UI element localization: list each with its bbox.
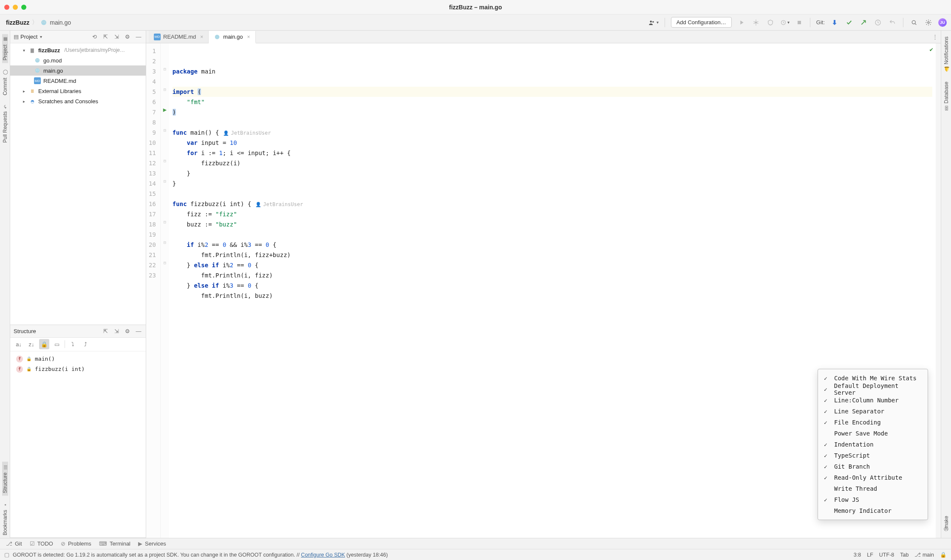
configure-sdk-link[interactable]: Configure Go SDK: [301, 552, 345, 558]
gutter-slot[interactable]: ⊟: [161, 176, 169, 186]
line-separator[interactable]: LF: [867, 552, 873, 558]
group-button[interactable]: ▭: [52, 339, 62, 349]
context-menu-item[interactable]: ✓Line Separator: [818, 406, 928, 417]
breadcrumb-file[interactable]: main.go: [50, 19, 71, 26]
code-line[interactable]: } else if i%2 == 0 {: [173, 260, 932, 270]
breadcrumb-project[interactable]: fizzBuzz: [6, 19, 29, 26]
panel-settings-button[interactable]: ⚙: [124, 327, 131, 335]
project-file-go-mod[interactable]: go.mod: [10, 55, 146, 65]
profile-button[interactable]: ▾: [780, 18, 790, 27]
expand-all-button[interactable]: ⇱: [102, 327, 109, 335]
coverage-button[interactable]: [766, 18, 775, 27]
line-number[interactable]: 2: [149, 56, 156, 66]
structure-list[interactable]: f🔒main()f🔒fizzbuzz(i int): [10, 351, 146, 377]
tool-project[interactable]: Project▦: [2, 34, 8, 63]
structure-item[interactable]: f🔒main(): [10, 354, 146, 364]
gutter-slot[interactable]: [161, 54, 169, 64]
select-opened-file-button[interactable]: ⟲: [91, 33, 98, 41]
gutter-markers[interactable]: ⊟⊟▶⊟⊟⊟⊟⊟⊟: [161, 43, 169, 538]
line-number[interactable]: 15: [149, 189, 156, 199]
debug-button[interactable]: [751, 18, 761, 27]
git-push-button[interactable]: [859, 18, 868, 27]
fold-icon[interactable]: ⊟: [164, 240, 166, 245]
tool-database[interactable]: 🗄Database: [943, 79, 949, 113]
sort-visibility-button[interactable]: z↓: [26, 339, 37, 349]
git-rollback-button[interactable]: [888, 18, 897, 27]
line-number[interactable]: 12: [149, 158, 156, 168]
code-line[interactable]: [173, 229, 932, 240]
fold-icon[interactable]: ⊟: [164, 67, 166, 71]
line-number[interactable]: 17: [149, 209, 156, 219]
tool-pull-requests[interactable]: Pull Requests↶: [2, 102, 8, 145]
code-line[interactable]: func main() {👤JetBrainsUser: [173, 127, 932, 138]
code-line[interactable]: "fmt": [173, 97, 932, 107]
gutter-slot[interactable]: [161, 196, 169, 206]
bottom-git[interactable]: ⎇Git: [6, 540, 22, 547]
editor-tab-main-go[interactable]: main.go×: [209, 31, 255, 43]
minimize-window-button[interactable]: [13, 5, 18, 10]
context-menu-item[interactable]: ✓Line:Column Number: [818, 395, 928, 406]
gutter-slot[interactable]: ⊟: [161, 125, 169, 135]
readonly-icon[interactable]: 🔒: [940, 552, 947, 558]
close-window-button[interactable]: [4, 5, 9, 10]
line-number[interactable]: 18: [149, 219, 156, 229]
code-line[interactable]: func fizzbuzz(i int) {👤JetBrainsUser: [173, 199, 932, 209]
breadcrumb[interactable]: fizzBuzz 〉 main.go: [6, 19, 71, 26]
tool-windows-icon[interactable]: ▢: [4, 552, 9, 558]
gutter-slot[interactable]: [161, 43, 169, 54]
gutter-slot[interactable]: [161, 115, 169, 125]
line-number[interactable]: 16: [149, 199, 156, 209]
code-line[interactable]: fmt.Println(i, fizz+buzz): [173, 250, 932, 260]
code-line[interactable]: }: [173, 168, 932, 178]
structure-item[interactable]: f🔒fizzbuzz(i int): [10, 364, 146, 374]
project-root-node[interactable]: ▾ ▇ fizzBuzz /Users/jetbrains/myProje…: [10, 45, 146, 55]
external-libraries-node[interactable]: ▸ ≣ External Libraries: [10, 86, 146, 96]
editor-scrollbar[interactable]: [936, 43, 941, 538]
tool-bookmarks[interactable]: Bookmarks⭑: [2, 500, 8, 538]
code-line[interactable]: fizz := "fizz": [173, 209, 932, 219]
gutter-slot[interactable]: ⊟: [161, 237, 169, 247]
gutter-slot[interactable]: [161, 206, 169, 217]
gutter-slot[interactable]: [161, 227, 169, 237]
context-menu-item[interactable]: ✓TypeScript: [818, 450, 928, 461]
line-number[interactable]: 11: [149, 148, 156, 158]
add-configuration-button[interactable]: Add Configuration…: [671, 17, 732, 28]
gutter-slot[interactable]: [161, 145, 169, 156]
line-number[interactable]: 19: [149, 229, 156, 240]
gutter-slot[interactable]: [161, 186, 169, 196]
panel-settings-button[interactable]: ⚙: [124, 33, 131, 41]
expand-all-button[interactable]: ⇱: [102, 33, 109, 41]
line-number[interactable]: 7: [149, 107, 156, 117]
fold-icon[interactable]: ⊟: [164, 158, 166, 163]
line-number[interactable]: 13: [149, 168, 156, 178]
line-number[interactable]: 22: [149, 260, 156, 270]
code-line[interactable]: import (: [173, 87, 932, 97]
gutter-slot[interactable]: [161, 166, 169, 176]
project-panel-title[interactable]: ▤ Project ▾: [14, 34, 42, 40]
context-menu-item[interactable]: Power Save Mode: [818, 428, 928, 439]
line-number-gutter[interactable]: 1234567891011121314151617181920212223: [146, 43, 161, 538]
code-line[interactable]: buzz := "buzz": [173, 219, 932, 229]
code-line[interactable]: fmt.Println(i, fizz): [173, 270, 932, 280]
gutter-slot[interactable]: ⊟: [161, 217, 169, 227]
user-avatar[interactable]: JU: [938, 18, 947, 27]
maximize-window-button[interactable]: [21, 5, 26, 10]
code-line[interactable]: [173, 189, 932, 199]
tool-make[interactable]: Ⓜmake: [943, 513, 949, 538]
gutter-slot[interactable]: ⊟: [161, 64, 169, 74]
git-branch-widget[interactable]: ⎇ main: [914, 552, 934, 558]
code-editor[interactable]: 1234567891011121314151617181920212223 ⊟⊟…: [146, 43, 941, 538]
code-line[interactable]: }: [173, 178, 932, 189]
line-number[interactable]: 4: [149, 76, 156, 87]
cursor-position[interactable]: 3:8: [854, 552, 861, 558]
fold-icon[interactable]: ⊟: [164, 128, 166, 133]
git-update-button[interactable]: [830, 18, 839, 27]
code-line[interactable]: fizzbuzz(i): [173, 158, 932, 168]
context-menu-item[interactable]: ✓Git Branch: [818, 461, 928, 472]
hide-panel-button[interactable]: —: [135, 327, 142, 335]
code-lens[interactable]: 👤JetBrainsUser: [223, 130, 271, 136]
context-menu-item[interactable]: ✓Flow JS: [818, 494, 928, 505]
code-with-me-button[interactable]: ▾: [648, 19, 659, 26]
fold-icon[interactable]: ⊟: [164, 220, 166, 224]
line-number[interactable]: 14: [149, 178, 156, 189]
